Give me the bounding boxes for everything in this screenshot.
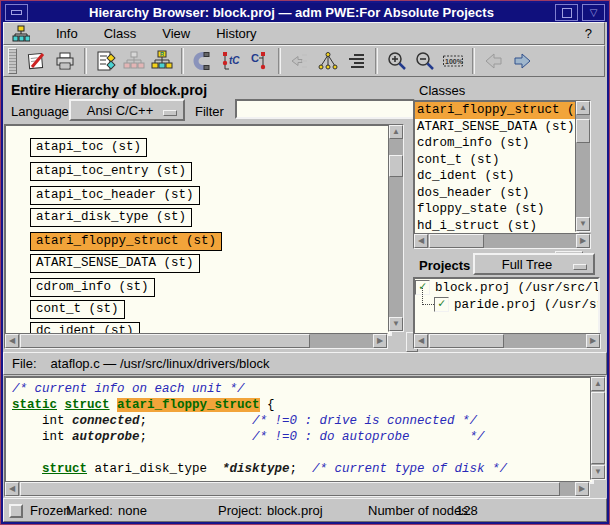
svg-text:C: C [251,52,259,64]
scrollbar-left-button[interactable]: ◀ [414,334,428,348]
scrollbar-left-button[interactable]: ◀ [5,334,19,348]
menu-class[interactable]: Class [104,26,137,41]
classes-vertical-scrollbar[interactable]: ▲▼ [575,100,591,232]
scrollbar-up-button[interactable]: ▲ [389,125,403,139]
align-list-button[interactable] [342,48,370,74]
project-checkbox[interactable]: ✓ [434,297,449,312]
status-project-value: block.proj [267,503,323,518]
window-menu-button[interactable] [5,4,28,21]
scrollbar-right-button[interactable]: ▶ [575,482,589,496]
scrollbar-right-button[interactable]: ▶ [586,334,600,348]
edit-note-button[interactable] [23,48,51,74]
align-list-icon [345,50,367,72]
hierarchy-node[interactable]: cont_t (st) [30,300,125,319]
class-info-icon [95,50,117,72]
hierarchy-node[interactable]: atapi_toc_header (st) [30,186,200,205]
zoom-in-button[interactable] [383,48,411,74]
class-list-item[interactable]: cont_t (st) [415,152,577,169]
class-list-item[interactable]: hd_i_struct (st) [415,218,577,235]
hierarchy-flat-icon [123,50,145,72]
hierarchy-horizontal-scrollbar[interactable]: ◀▶ [4,333,388,349]
filter-input[interactable] [235,99,415,119]
project-tree-item[interactable]: ✓paride.proj (/usr/src [434,296,598,313]
menu-view[interactable]: View [162,26,190,41]
hierarchy-node[interactable]: atapi_toc_entry (st) [30,162,192,181]
svg-text:100%: 100% [445,58,464,65]
hierarchy-node[interactable]: ATARI_SENSE_DATA (st) [30,254,200,273]
class-links-button[interactable]: C [245,48,273,74]
title-bar[interactable]: Hierarchy Browser: block.proj — adm PWE:… [3,3,607,22]
hierarchy-node[interactable]: cdrom_info (st) [30,278,155,297]
scrollbar-thumb[interactable] [591,392,605,464]
expand-tree-button[interactable] [314,48,342,74]
scrollbar-left-button[interactable]: ◀ [414,234,428,248]
code-token: struct [65,398,110,412]
toolbar-grip[interactable] [8,48,17,74]
hierarchy-project-button[interactable]: R [148,48,176,74]
print-button[interactable] [51,48,79,74]
class-list-item[interactable]: atari_floppy_struct (st) [415,102,577,119]
maximize-button[interactable] [555,4,578,21]
class-list-item[interactable]: ATARI_SENSE_DATA (st) [415,119,577,136]
zoom-100-button[interactable]: 100% [439,48,467,74]
code-horizontal-scrollbar[interactable]: ◀▶ [4,481,590,497]
projects-view-value: Full Tree [502,257,553,272]
class-list-item[interactable]: dc_ident (st) [415,168,577,185]
collapse-left-icon [289,50,311,72]
scrollbar-down-button[interactable]: ▼ [389,317,403,331]
project-tree-item[interactable]: ✓block.proj (/usr/src/lin [415,279,598,296]
menu-history[interactable]: History [216,26,256,41]
class-list-item[interactable]: cdrom_info (st) [415,135,577,152]
hierarchy-node[interactable]: atari_disk_type (st) [30,208,192,227]
hierarchy-node[interactable]: atapi_toc (st) [30,138,147,157]
shade-button[interactable]: ▽ [582,4,605,21]
scrollbar-thumb[interactable] [20,334,310,348]
class-info-button[interactable] [92,48,120,74]
project-label: paride.proj (/usr/src [454,298,600,312]
frozen-checkbox[interactable] [9,504,23,518]
zoom-out-button[interactable] [411,48,439,74]
magnet-button[interactable] [189,48,217,74]
print-icon [54,50,76,72]
code-line: int connected; /* !=0 : drive is connect… [6,413,592,429]
class-list-item[interactable]: floppy_state (st) [415,201,577,218]
classes-list[interactable]: atari_floppy_struct (st)ATARI_SENSE_DATA… [413,100,579,236]
menu-info[interactable]: Info [56,26,78,41]
hierarchy-project-icon: R [151,50,173,72]
code-view[interactable]: /* current info on each unit */static st… [4,376,594,484]
scrollbar-thumb[interactable] [389,155,403,177]
hierarchy-canvas[interactable]: atapi_toc (st)atapi_toc_entry (st)atapi_… [4,124,392,336]
scrollbar-thumb[interactable] [576,119,590,143]
focus-class-button[interactable]: tC [217,48,245,74]
option-menu-indicator [163,110,177,116]
code-line: struct atari_disk_type *disktype; /* cur… [6,461,592,477]
scrollbar-right-button[interactable]: ▶ [576,234,590,248]
hierarchy-node-selected[interactable]: atari_floppy_struct (st) [30,232,222,251]
filter-label: Filter [195,104,224,119]
scrollbar-thumb[interactable] [20,482,560,496]
scrollbar-up-button[interactable]: ▲ [576,101,590,115]
code-vertical-scrollbar[interactable]: ▲▼ [590,376,606,480]
menu-help[interactable]: ? [585,26,592,41]
classes-horizontal-scrollbar[interactable]: ◀▶ [413,233,591,249]
scrollbar-down-button[interactable]: ▼ [576,217,590,231]
scrollbar-thumb[interactable] [429,234,484,248]
scrollbar-up-button[interactable]: ▲ [591,377,605,391]
scrollbar-left-button[interactable]: ◀ [5,482,19,496]
scrollbar-right-button[interactable]: ▶ [373,334,387,348]
language-option-menu[interactable]: Ansi C/C++ [69,99,185,121]
class-list-item[interactable]: dos_header (st) [415,185,577,202]
code-token: autoprobe [72,430,140,444]
projects-horizontal-scrollbar[interactable]: ◀▶ [413,333,601,349]
code-token: atari_floppy_struct [117,398,260,412]
forward-button[interactable] [508,48,536,74]
projects-view-option-menu[interactable]: Full Tree [473,253,595,275]
hierarchy-vertical-scrollbar[interactable]: ▲▼ [388,124,404,332]
scrollbar-down-button[interactable]: ▼ [591,465,605,479]
projects-tree[interactable]: ✓block.proj (/usr/src/lin✓paride.proj (/… [413,277,600,335]
hierarchy-flat-button [120,48,148,74]
status-bar: Frozen Marked: none Project: block.proj … [3,498,607,522]
svg-text:R: R [160,51,164,57]
toolbar-separator [278,48,281,74]
scrollbar-thumb[interactable] [429,334,504,348]
